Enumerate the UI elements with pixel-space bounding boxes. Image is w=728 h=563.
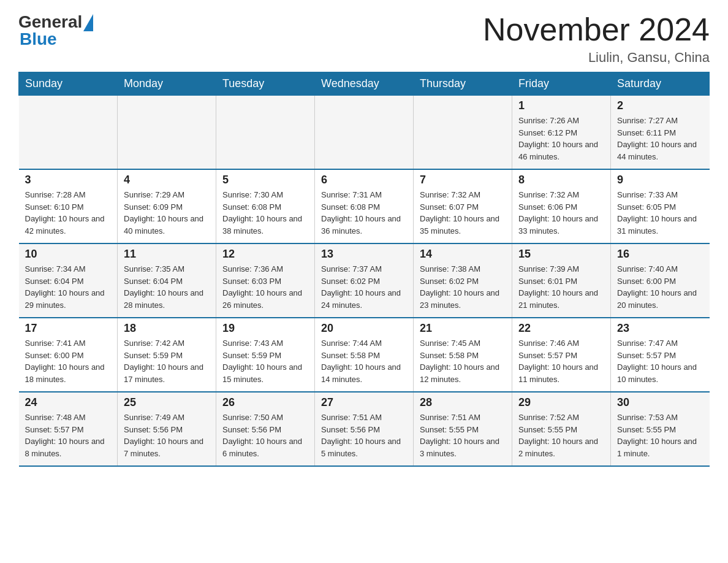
calendar-cell: 22Sunrise: 7:46 AM Sunset: 5:57 PM Dayli… [512,318,611,392]
day-info: Sunrise: 7:53 AM Sunset: 5:55 PM Dayligh… [617,412,703,459]
logo-triangle-icon [83,14,93,31]
day-info: Sunrise: 7:39 AM Sunset: 6:01 PM Dayligh… [518,263,604,311]
location-title: Liulin, Gansu, China [483,50,710,66]
calendar-week-row: 1Sunrise: 7:26 AM Sunset: 6:12 PM Daylig… [19,96,710,170]
day-info: Sunrise: 7:52 AM Sunset: 5:55 PM Dayligh… [518,412,604,459]
calendar-cell: 14Sunrise: 7:38 AM Sunset: 6:02 PM Dayli… [414,243,512,318]
day-info: Sunrise: 7:36 AM Sunset: 6:03 PM Dayligh… [222,263,308,311]
day-number: 10 [25,248,112,261]
logo: General Blue [18,12,93,49]
calendar-cell: 17Sunrise: 7:41 AM Sunset: 6:00 PM Dayli… [19,318,118,392]
calendar-cell: 2Sunrise: 7:27 AM Sunset: 6:11 PM Daylig… [611,96,710,170]
day-number: 13 [321,248,407,261]
calendar-cell: 11Sunrise: 7:35 AM Sunset: 6:04 PM Dayli… [118,243,216,318]
day-number: 11 [124,248,210,261]
calendar-cell: 9Sunrise: 7:33 AM Sunset: 6:05 PM Daylig… [611,169,710,243]
day-number: 12 [222,248,308,261]
day-number: 18 [124,322,210,335]
calendar-cell: 25Sunrise: 7:49 AM Sunset: 5:56 PM Dayli… [118,392,216,466]
weekday-header-friday: Friday [512,72,611,96]
day-number: 14 [420,248,506,261]
day-number: 24 [25,396,112,409]
day-number: 21 [420,322,506,335]
day-info: Sunrise: 7:38 AM Sunset: 6:02 PM Dayligh… [420,263,506,311]
calendar-cell: 20Sunrise: 7:44 AM Sunset: 5:58 PM Dayli… [315,318,414,392]
day-number: 30 [617,396,703,409]
calendar-week-row: 17Sunrise: 7:41 AM Sunset: 6:00 PM Dayli… [19,318,710,392]
day-info: Sunrise: 7:43 AM Sunset: 5:59 PM Dayligh… [222,337,308,385]
day-info: Sunrise: 7:44 AM Sunset: 5:58 PM Dayligh… [321,337,407,385]
calendar-cell [315,96,414,170]
day-info: Sunrise: 7:30 AM Sunset: 6:08 PM Dayligh… [222,189,308,237]
calendar-cell: 27Sunrise: 7:51 AM Sunset: 5:56 PM Dayli… [315,392,414,466]
day-info: Sunrise: 7:49 AM Sunset: 5:56 PM Dayligh… [124,412,210,459]
month-title: November 2024 [483,12,710,47]
day-info: Sunrise: 7:50 AM Sunset: 5:56 PM Dayligh… [222,412,308,459]
day-number: 25 [124,396,210,409]
calendar-cell: 24Sunrise: 7:48 AM Sunset: 5:57 PM Dayli… [19,392,118,466]
calendar-cell: 18Sunrise: 7:42 AM Sunset: 5:59 PM Dayli… [118,318,216,392]
calendar-cell: 15Sunrise: 7:39 AM Sunset: 6:01 PM Dayli… [512,243,611,318]
day-number: 9 [617,174,703,186]
day-number: 26 [222,396,308,409]
calendar-cell [19,96,118,170]
day-info: Sunrise: 7:37 AM Sunset: 6:02 PM Dayligh… [321,263,407,311]
day-number: 28 [420,396,506,409]
day-number: 2 [617,99,703,112]
day-number: 8 [518,174,604,186]
calendar-week-row: 3Sunrise: 7:28 AM Sunset: 6:10 PM Daylig… [19,169,710,243]
day-info: Sunrise: 7:26 AM Sunset: 6:12 PM Dayligh… [518,115,604,163]
calendar-cell: 21Sunrise: 7:45 AM Sunset: 5:58 PM Dayli… [414,318,512,392]
day-info: Sunrise: 7:29 AM Sunset: 6:09 PM Dayligh… [124,189,210,237]
day-number: 1 [518,99,604,112]
day-number: 22 [518,322,604,335]
day-info: Sunrise: 7:35 AM Sunset: 6:04 PM Dayligh… [124,263,210,311]
calendar-cell: 8Sunrise: 7:32 AM Sunset: 6:06 PM Daylig… [512,169,611,243]
day-number: 3 [25,174,112,186]
day-number: 23 [617,322,703,335]
day-info: Sunrise: 7:48 AM Sunset: 5:57 PM Dayligh… [25,412,112,459]
day-number: 20 [321,322,407,335]
day-info: Sunrise: 7:41 AM Sunset: 6:00 PM Dayligh… [25,337,112,385]
calendar-cell: 23Sunrise: 7:47 AM Sunset: 5:57 PM Dayli… [611,318,710,392]
day-info: Sunrise: 7:42 AM Sunset: 5:59 PM Dayligh… [124,337,210,385]
day-info: Sunrise: 7:51 AM Sunset: 5:56 PM Dayligh… [321,412,407,459]
day-number: 17 [25,322,112,335]
calendar-cell: 5Sunrise: 7:30 AM Sunset: 6:08 PM Daylig… [216,169,315,243]
calendar-cell: 26Sunrise: 7:50 AM Sunset: 5:56 PM Dayli… [216,392,315,466]
calendar-cell: 30Sunrise: 7:53 AM Sunset: 5:55 PM Dayli… [611,392,710,466]
day-info: Sunrise: 7:45 AM Sunset: 5:58 PM Dayligh… [420,337,506,385]
day-number: 19 [222,322,308,335]
calendar-cell: 12Sunrise: 7:36 AM Sunset: 6:03 PM Dayli… [216,243,315,318]
calendar-cell: 13Sunrise: 7:37 AM Sunset: 6:02 PM Dayli… [315,243,414,318]
calendar-table: SundayMondayTuesdayWednesdayThursdayFrid… [18,72,710,467]
calendar-week-row: 24Sunrise: 7:48 AM Sunset: 5:57 PM Dayli… [19,392,710,466]
weekday-header-thursday: Thursday [414,72,512,96]
day-info: Sunrise: 7:27 AM Sunset: 6:11 PM Dayligh… [617,115,703,163]
weekday-header-saturday: Saturday [611,72,710,96]
logo-blue-text: Blue [20,29,57,49]
day-number: 6 [321,174,407,186]
calendar-cell: 4Sunrise: 7:29 AM Sunset: 6:09 PM Daylig… [118,169,216,243]
day-number: 16 [617,248,703,261]
calendar-week-row: 10Sunrise: 7:34 AM Sunset: 6:04 PM Dayli… [19,243,710,318]
day-info: Sunrise: 7:31 AM Sunset: 6:08 PM Dayligh… [321,189,407,237]
calendar-cell: 7Sunrise: 7:32 AM Sunset: 6:07 PM Daylig… [414,169,512,243]
day-number: 15 [518,248,604,261]
day-info: Sunrise: 7:28 AM Sunset: 6:10 PM Dayligh… [25,189,112,237]
calendar-cell: 1Sunrise: 7:26 AM Sunset: 6:12 PM Daylig… [512,96,611,170]
title-section: November 2024 Liulin, Gansu, China [483,12,710,66]
calendar-cell: 28Sunrise: 7:51 AM Sunset: 5:55 PM Dayli… [414,392,512,466]
weekday-header-sunday: Sunday [19,72,118,96]
day-info: Sunrise: 7:34 AM Sunset: 6:04 PM Dayligh… [25,263,112,311]
day-number: 29 [518,396,604,409]
day-info: Sunrise: 7:51 AM Sunset: 5:55 PM Dayligh… [420,412,506,459]
calendar-cell: 16Sunrise: 7:40 AM Sunset: 6:00 PM Dayli… [611,243,710,318]
day-number: 4 [124,174,210,186]
calendar-cell: 29Sunrise: 7:52 AM Sunset: 5:55 PM Dayli… [512,392,611,466]
day-info: Sunrise: 7:32 AM Sunset: 6:07 PM Dayligh… [420,189,506,237]
day-info: Sunrise: 7:47 AM Sunset: 5:57 PM Dayligh… [617,337,703,385]
weekday-header-monday: Monday [118,72,216,96]
calendar-cell: 6Sunrise: 7:31 AM Sunset: 6:08 PM Daylig… [315,169,414,243]
calendar-cell [216,96,315,170]
